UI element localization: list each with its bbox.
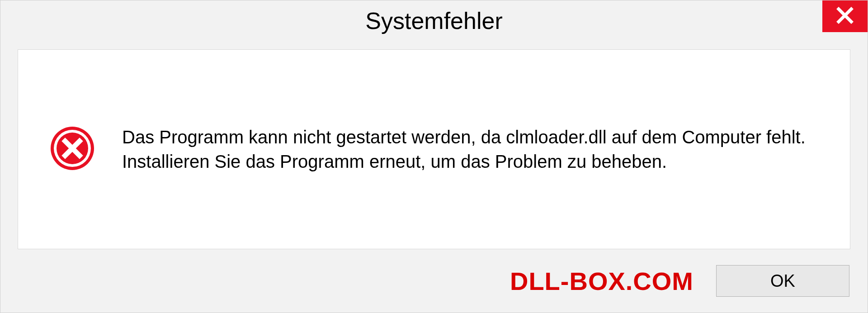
close-button[interactable]	[822, 0, 868, 32]
error-dialog: Systemfehler Das Programm kann nicht ges…	[0, 0, 868, 313]
watermark-text: DLL-BOX.COM	[510, 266, 693, 296]
titlebar: Systemfehler	[0, 0, 868, 41]
close-icon	[836, 6, 854, 26]
content-panel: Das Programm kann nicht gestartet werden…	[18, 49, 850, 249]
ok-button[interactable]: OK	[716, 265, 849, 297]
dialog-title: Systemfehler	[365, 7, 502, 34]
error-message: Das Programm kann nicht gestartet werden…	[122, 125, 827, 174]
dialog-footer: DLL-BOX.COM OK	[0, 249, 868, 313]
error-icon	[50, 126, 95, 173]
